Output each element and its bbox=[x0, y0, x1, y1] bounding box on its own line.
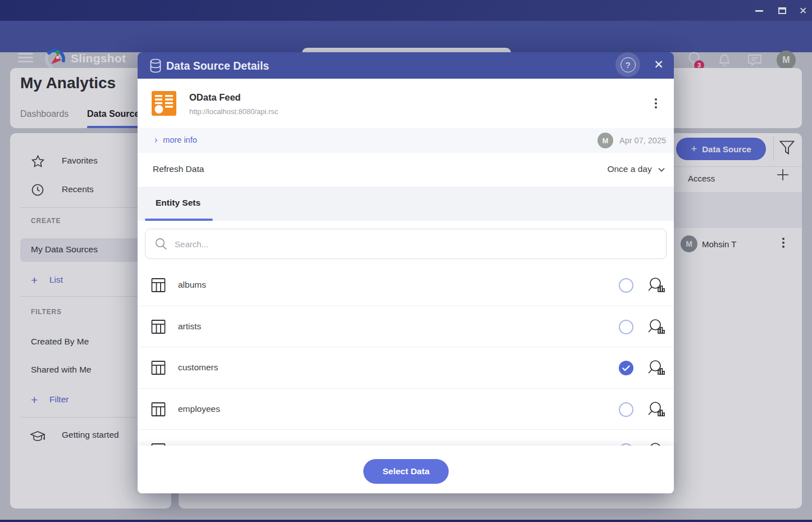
refresh-frequency-value: Once a day bbox=[607, 164, 651, 174]
preview-data-icon[interactable] bbox=[647, 401, 665, 420]
modal-title: Data Source Details bbox=[166, 60, 269, 72]
entity-search-input[interactable] bbox=[175, 239, 657, 249]
entity-label: artists bbox=[178, 321, 201, 332]
entity-select-checkbox[interactable] bbox=[619, 320, 633, 334]
table-icon bbox=[151, 278, 166, 295]
odata-feed-icon bbox=[151, 90, 177, 119]
more-info-toggle[interactable]: ›more info bbox=[154, 135, 197, 145]
more-info-bar: ›more info M Apr 07, 2025 bbox=[138, 128, 674, 153]
modal-footer: Select Data bbox=[138, 446, 674, 493]
created-date: Apr 07, 2025 bbox=[619, 136, 666, 145]
tab-entity-sets[interactable]: Entity Sets bbox=[156, 198, 200, 208]
entity-label: employees bbox=[178, 404, 220, 414]
chevron-right-icon: › bbox=[154, 135, 157, 144]
entity-search[interactable] bbox=[145, 229, 667, 259]
preview-data-icon[interactable] bbox=[647, 319, 665, 338]
entity-row-artists[interactable]: artists bbox=[138, 306, 674, 348]
source-name: OData Feed bbox=[189, 92, 241, 103]
search-icon bbox=[154, 237, 167, 251]
modal-header: Data Source Details ? ✕ bbox=[138, 52, 674, 79]
refresh-frequency-dropdown[interactable]: Once a day bbox=[607, 164, 665, 174]
source-menu-kebab-icon[interactable] bbox=[655, 98, 657, 110]
entity-select-checkbox-checked[interactable] bbox=[619, 361, 633, 375]
close-modal-icon[interactable]: ✕ bbox=[651, 57, 666, 72]
refresh-data-row: Refresh Data Once a day bbox=[138, 153, 674, 187]
table-icon bbox=[151, 360, 166, 378]
entity-row-customers[interactable]: customers bbox=[138, 347, 674, 389]
app-window: ✕ Slingshot ‹ › 3 M bbox=[0, 0, 812, 522]
database-icon bbox=[149, 58, 162, 75]
data-source-details-modal: Data Source Details ? ✕ OData Feed http:… bbox=[138, 52, 674, 493]
modal-tab-bar: Entity Sets bbox=[138, 187, 674, 221]
preview-data-icon[interactable] bbox=[647, 277, 665, 296]
entity-row-albums[interactable]: albums bbox=[138, 265, 674, 306]
help-button[interactable]: ? bbox=[615, 52, 640, 77]
entity-select-checkbox[interactable] bbox=[619, 278, 633, 293]
check-icon bbox=[622, 365, 630, 371]
select-data-button[interactable]: Select Data bbox=[363, 459, 449, 484]
chevron-down-icon bbox=[658, 167, 665, 172]
preview-data-icon[interactable] bbox=[647, 360, 665, 379]
active-tab-underline bbox=[145, 219, 213, 221]
more-info-label: more info bbox=[163, 135, 197, 144]
entity-row-employees[interactable]: employees bbox=[138, 389, 674, 430]
owner-avatar: M bbox=[597, 133, 613, 148]
table-icon bbox=[151, 402, 166, 419]
entity-label: albums bbox=[178, 280, 206, 290]
refresh-data-label: Refresh Data bbox=[153, 164, 204, 174]
entity-label: customers bbox=[178, 362, 218, 373]
entity-list: albums artists customers employe bbox=[138, 265, 674, 446]
table-icon bbox=[151, 319, 166, 337]
help-icon: ? bbox=[621, 57, 636, 72]
source-url: http://localhost:8080/api.rsc bbox=[189, 107, 278, 116]
entity-row-partial[interactable] bbox=[138, 430, 674, 446]
entity-select-checkbox[interactable] bbox=[619, 402, 633, 417]
